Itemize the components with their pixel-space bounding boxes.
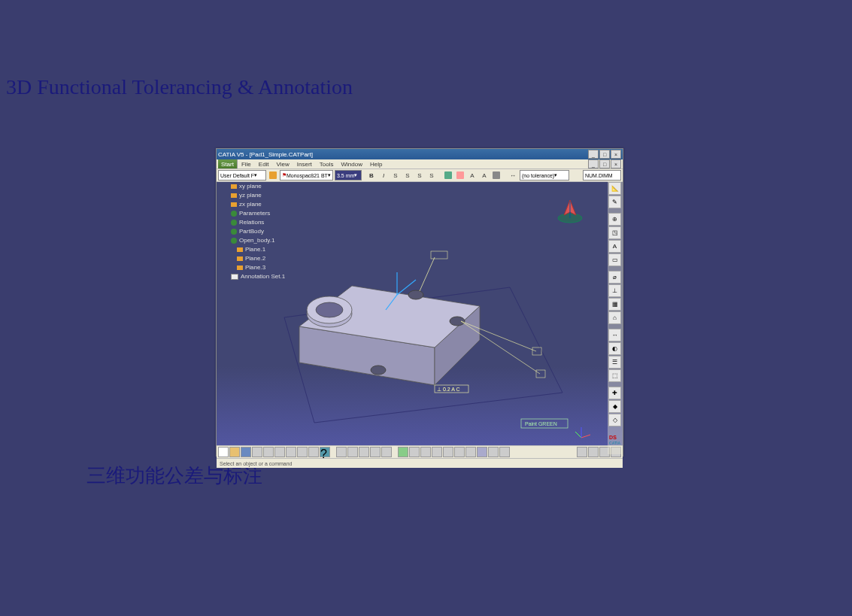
tool-icon[interactable]: ✚ [608,387,621,399]
tree-plane1[interactable]: Plane.1 [245,245,265,254]
dim-type-select[interactable]: NUM.DIMM [583,170,621,181]
paste-icon[interactable] [286,447,296,457]
rotate-icon[interactable] [420,447,431,457]
doc-close-button[interactable]: × [611,159,621,168]
undo-icon[interactable] [297,447,308,457]
maximize-button[interactable]: □ [599,150,610,159]
minimize-button[interactable]: _ [588,150,599,159]
tool-icon[interactable]: ◆ [608,400,621,413]
fit-icon[interactable] [398,447,408,457]
svg-line-25 [575,432,581,438]
doc-maximize-button[interactable]: □ [599,159,610,168]
tree-annotation-set[interactable]: Annotation Set.1 [241,272,285,281]
tree-plane3[interactable]: Plane.3 [245,263,265,272]
tree-relations[interactable]: Relations [239,218,264,227]
zoom-icon[interactable] [443,447,453,457]
new-icon[interactable] [218,447,229,457]
close-button[interactable]: × [611,150,621,159]
help-icon[interactable]: ? [320,447,330,457]
iso-icon[interactable] [465,447,476,457]
spec-tree[interactable]: xy plane yz plane zx plane Parameters Re… [220,182,285,281]
tree-partbody[interactable]: PartBody [239,227,264,236]
frame-icon[interactable] [455,170,465,181]
view-icon[interactable] [336,447,347,457]
cut-icon[interactable] [263,447,274,457]
format-button-1[interactable]: S [402,170,413,181]
menu-help[interactable]: Help [366,161,386,168]
tool-icon[interactable]: ▭ [608,253,621,266]
tool-icon[interactable]: ⊕ [608,213,621,226]
strike-button[interactable]: S [390,170,401,181]
menu-start[interactable]: Start [218,159,238,168]
font-icon[interactable] [268,170,278,181]
size-select[interactable]: 3.5 mm▾ [335,170,362,181]
plane-icon [231,193,237,198]
shade-icon[interactable] [477,447,487,457]
hide-icon[interactable] [488,447,499,457]
menu-insert[interactable]: Insert [293,161,316,168]
insert-icon[interactable] [491,170,502,181]
tool-icon[interactable]: 📐 [608,182,621,195]
print-icon[interactable] [252,447,262,457]
view-icon[interactable] [359,447,369,457]
part-model: ⊥ 0.2 A C Paint GREEN [239,197,600,445]
relations-icon [231,220,237,226]
menu-edit[interactable]: Edit [255,161,273,168]
tree-yz-plane[interactable]: yz plane [239,191,262,200]
pan-icon[interactable] [409,447,420,457]
tool-icon[interactable]: A [608,240,621,253]
tool-icon[interactable]: ⬚ [608,369,621,382]
font-select[interactable]: ⚑Monospac821 BT▾ [280,170,333,181]
svg-rect-16 [536,370,545,378]
tool-icon[interactable]: ◳ [608,226,621,239]
tree-xy-plane[interactable]: xy plane [239,182,262,191]
tool-icon[interactable]: ☰ [608,356,621,369]
open-icon[interactable] [229,447,240,457]
tree-openbody[interactable]: Open_body.1 [239,236,274,245]
misc-icon[interactable] [577,447,587,457]
status-bar: Select an object or a command [217,458,623,468]
tree-zx-plane[interactable]: zx plane [239,200,262,209]
symbol-icon-2[interactable]: A [479,170,490,181]
anchor-icon[interactable] [443,170,453,181]
redo-icon[interactable] [308,447,319,457]
tool-icon[interactable]: ◇ [608,414,621,426]
normal-icon[interactable] [454,447,465,457]
svg-point-9 [450,317,465,326]
misc-icon[interactable] [588,447,599,457]
tree-plane2[interactable]: Plane.2 [245,254,265,263]
view-icon[interactable] [370,447,381,457]
tool-icon[interactable]: ◐ [608,342,621,355]
save-icon[interactable] [241,447,251,457]
menu-bar: Start File Edit View Insert Tools Window… [217,159,623,169]
italic-button[interactable]: I [378,170,389,181]
menu-view[interactable]: View [273,161,293,168]
swap-icon[interactable] [499,447,510,457]
style-select[interactable]: User Default F▾ [218,170,266,181]
symbol-icon[interactable]: A [467,170,478,181]
tolerance-select[interactable]: (no tolerance)▾ [520,170,569,181]
format-button-2[interactable]: S [414,170,425,181]
compass-icon[interactable] [555,197,585,224]
tree-parameters[interactable]: Parameters [239,209,270,218]
tool-icon[interactable]: ⌂ [608,311,621,324]
menu-file[interactable]: File [238,161,255,168]
doc-minimize-button[interactable]: _ [588,159,599,168]
view-icon[interactable] [347,447,358,457]
format-button-3[interactable]: S [426,170,437,181]
tool-icon[interactable]: ✎ [608,196,621,208]
bold-button[interactable]: B [366,170,377,181]
dimension-icon[interactable]: ↔ [508,170,518,181]
zoom-icon[interactable] [432,447,442,457]
menu-window[interactable]: Window [338,161,366,168]
viewport-3d[interactable]: ⊥ 0.2 A C Paint GREEN xy plane yz plane … [217,182,623,445]
tool-icon[interactable]: ↔ [608,329,621,341]
tool-icon[interactable]: ⊥ [608,284,621,297]
view-icon[interactable] [381,447,392,457]
menu-tools[interactable]: Tools [316,161,338,168]
tool-icon[interactable]: ⌀ [608,271,621,284]
tool-icon[interactable]: ▦ [608,298,621,311]
copy-icon[interactable] [274,447,285,457]
window-title: CATIA V5 - [Pad1_Simple.CATPart] [218,151,588,158]
bottom-toolbar: ? [217,445,623,458]
